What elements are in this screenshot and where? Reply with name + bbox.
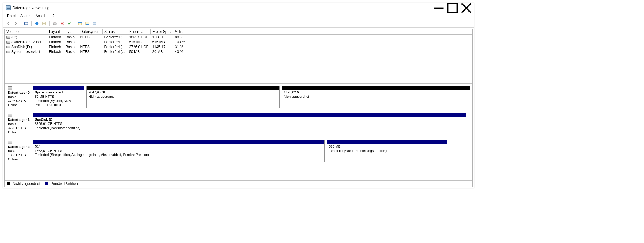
col-capacity[interactable]: Kapazität [127, 29, 150, 35]
volume-list-pane[interactable]: Volume Layout Typ Dateisystem Status Kap… [5, 29, 472, 84]
minimize-button[interactable] [432, 3, 446, 12]
back-button [5, 20, 11, 26]
graphical-view-button[interactable] [84, 20, 90, 26]
titlebar[interactable]: Datenträgerverwaltung [3, 3, 474, 12]
close-button[interactable] [459, 3, 473, 12]
drive-icon [6, 41, 10, 44]
column-header-row[interactable]: Volume Layout Typ Dateisystem Status Kap… [5, 29, 472, 35]
drive-icon [6, 36, 10, 39]
legend-primary-label: Primäre Partition [50, 181, 78, 186]
drive-icon [6, 51, 10, 53]
partition-label: System-reserviert50 MB NTFSFehlerfrei (S… [33, 90, 84, 108]
window-title: Datenträgerverwaltung [12, 6, 49, 10]
disk-row[interactable]: Datenträger 2Basis1863,02 GBOnline(C:)18… [6, 139, 471, 163]
svg-rect-4 [25, 22, 28, 25]
menu-action[interactable]: Aktion [19, 13, 32, 19]
partition-color-bar [282, 86, 470, 90]
graphical-disk-pane[interactable]: Datenträger 0Basis3726,02 GBOnlineSystem… [5, 84, 472, 180]
legend: Nicht zugeordnet Primäre Partition [5, 180, 472, 187]
properties-button[interactable] [41, 20, 47, 26]
disk-header[interactable]: Datenträger 2Basis1863,02 GBOnline [6, 139, 32, 163]
menu-help[interactable]: ? [50, 13, 56, 19]
partition-color-bar [33, 140, 324, 144]
partition[interactable]: 1678,02 GBNicht zugeordnet [282, 86, 470, 108]
partition[interactable]: (C:)1862,51 GB NTFSFehlerfrei (Startpart… [33, 140, 325, 162]
volume-row[interactable]: System-reserviertEinfachBasisNTFSFehlerf… [5, 49, 472, 54]
col-status[interactable]: Status [102, 29, 127, 35]
volume-row[interactable]: (C:)EinfachBasisNTFSFehlerfrei (…1862,51… [5, 35, 472, 40]
menu-file[interactable]: Datei [5, 13, 17, 19]
col-type[interactable]: Typ [64, 29, 78, 35]
disk-header[interactable]: Datenträger 0Basis3726,02 GBOnline [6, 85, 32, 109]
refresh-button[interactable] [23, 20, 29, 26]
paths-view-button[interactable] [92, 20, 98, 26]
partition[interactable]: System-reserviert50 MB NTFSFehlerfrei (S… [33, 86, 84, 108]
svg-rect-16 [78, 22, 82, 23]
volume-row[interactable]: (Datenträger 2 Par…EinfachBasisFehlerfre… [5, 40, 472, 44]
col-layout[interactable]: Layout [47, 29, 64, 35]
menu-view[interactable]: Ansicht [33, 13, 49, 19]
apply-button[interactable] [66, 20, 72, 26]
partition[interactable]: 515 MBFehlerfrei (Wiederherstellungspart… [327, 140, 447, 162]
disk-header[interactable]: Datenträger 1Basis3726,01 GBOnline [6, 112, 32, 136]
partition-label: 515 MBFehlerfrei (Wiederherstellungspart… [327, 144, 447, 162]
partition-color-bar [87, 86, 279, 90]
svg-rect-18 [86, 24, 89, 25]
menubar: Datei Aktion Ansicht ? [3, 12, 474, 19]
svg-rect-1 [448, 3, 457, 12]
rescan-disks-button[interactable] [52, 20, 58, 26]
col-free[interactable]: Freier Sp… [151, 29, 173, 35]
svg-rect-19 [93, 22, 96, 25]
forward-button [12, 20, 19, 26]
col-fs[interactable]: Dateisystem [78, 29, 102, 35]
col-volume[interactable]: Volume [5, 29, 47, 35]
toolbar: ? [3, 19, 474, 28]
drive-icon [6, 46, 10, 48]
col-pctfree[interactable]: % frei [173, 29, 187, 35]
partition-color-bar [33, 113, 466, 117]
maximize-button[interactable] [446, 3, 459, 12]
svg-text:?: ? [36, 22, 38, 25]
legend-primary: Primäre Partition [45, 181, 78, 186]
delete-button[interactable] [59, 20, 65, 26]
disk-row[interactable]: Datenträger 0Basis3726,02 GBOnlineSystem… [6, 85, 471, 109]
app-icon [6, 5, 11, 10]
legend-unallocated: Nicht zugeordnet [7, 181, 40, 186]
partition-color-bar [33, 86, 84, 90]
partition-label: 1678,02 GBNicht zugeordnet [282, 90, 470, 108]
legend-unallocated-label: Nicht zugeordnet [12, 181, 40, 186]
disk-row[interactable]: Datenträger 1Basis3726,01 GBOnlineSanDis… [6, 112, 471, 136]
volume-table[interactable]: Volume Layout Typ Dateisystem Status Kap… [5, 29, 472, 54]
volume-row[interactable]: SanDisk (D:)EinfachBasisNTFSFehlerfrei (… [5, 44, 472, 49]
help-button[interactable]: ? [34, 20, 40, 26]
list-view-button[interactable] [77, 20, 83, 26]
partition-label: 2047,95 GBNicht zugeordnet [87, 90, 279, 108]
content-pane: Volume Layout Typ Dateisystem Status Kap… [4, 29, 473, 187]
partition-label: SanDisk (D:)3726,01 GB NTFSFehlerfrei (B… [33, 117, 466, 135]
partition[interactable]: SanDisk (D:)3726,01 GB NTFSFehlerfrei (B… [33, 113, 466, 135]
svg-rect-12 [53, 23, 56, 25]
partition-label: (C:)1862,51 GB NTFSFehlerfrei (Startpart… [33, 144, 324, 162]
partition[interactable]: 2047,95 GBNicht zugeordnet [86, 86, 280, 108]
disk-management-window: Datenträgerverwaltung Datei Aktion Ansic… [3, 3, 474, 188]
partition-color-bar [327, 140, 447, 144]
